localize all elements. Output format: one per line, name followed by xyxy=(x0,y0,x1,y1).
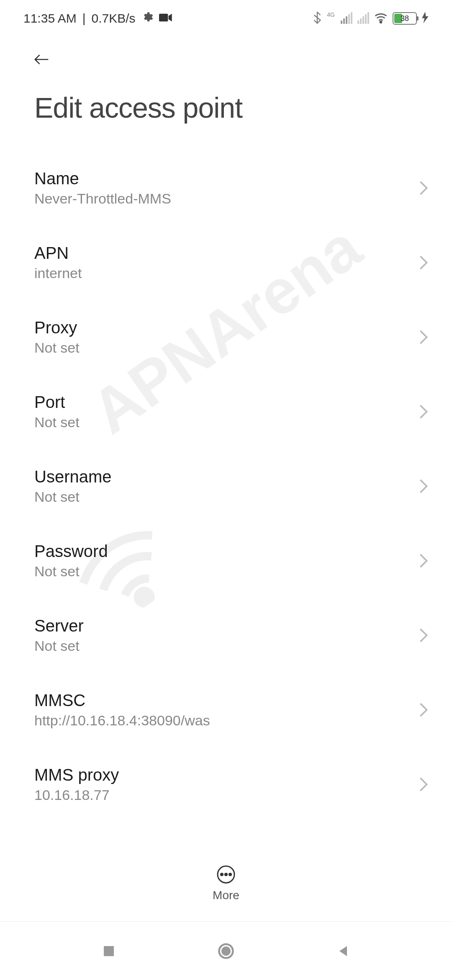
back-button[interactable] xyxy=(23,47,49,72)
arrow-left-icon xyxy=(34,51,49,68)
setting-row-mms-proxy[interactable]: MMS proxy 10.16.18.77 xyxy=(0,747,452,822)
battery-icon: 38 xyxy=(393,12,417,25)
status-left-cluster: 11:35 AM | 0.7KB/s xyxy=(23,11,172,26)
wifi-icon xyxy=(374,12,388,25)
chevron-right-icon xyxy=(419,478,429,494)
setting-value: Not set xyxy=(34,563,410,580)
status-time: 11:35 AM xyxy=(23,11,77,26)
svg-rect-7 xyxy=(104,946,114,956)
nav-recents-button[interactable] xyxy=(98,940,120,962)
svg-rect-0 xyxy=(159,14,168,22)
setting-row-password[interactable]: Password Not set xyxy=(0,524,452,598)
setting-label: Password xyxy=(34,542,410,561)
setting-value: http://10.16.18.4:38090/was xyxy=(34,712,410,729)
battery-percent: 38 xyxy=(393,14,416,23)
square-icon xyxy=(101,944,116,959)
setting-row-port[interactable]: Port Not set xyxy=(0,374,452,449)
chevron-right-icon xyxy=(419,404,429,420)
setting-row-apn[interactable]: APN internet xyxy=(0,225,452,300)
triangle-left-icon xyxy=(336,944,351,959)
chevron-right-icon xyxy=(419,702,429,718)
camera-icon xyxy=(159,11,172,26)
setting-label: Proxy xyxy=(34,318,410,337)
chevron-right-icon xyxy=(419,627,429,643)
setting-label: Name xyxy=(34,169,410,188)
setting-label: MMSC xyxy=(34,691,410,710)
nav-back-button[interactable] xyxy=(332,940,354,962)
setting-row-username[interactable]: Username Not set xyxy=(0,449,452,524)
status-bar: 11:35 AM | 0.7KB/s 4G 38 xyxy=(0,0,452,34)
charging-icon xyxy=(422,12,429,25)
bluetooth-icon xyxy=(313,11,322,26)
settings-list: Name Never-Throttled-MMS APN internet Pr… xyxy=(0,136,452,822)
setting-value: 10.16.18.77 xyxy=(34,787,410,803)
status-separator: | xyxy=(82,11,86,26)
header xyxy=(0,34,452,76)
setting-label: APN xyxy=(34,244,410,263)
nav-home-button[interactable] xyxy=(215,940,237,962)
setting-row-mmsc[interactable]: MMSC http://10.16.18.4:38090/was xyxy=(0,673,452,747)
chevron-right-icon xyxy=(419,180,429,196)
setting-label: Port xyxy=(34,393,410,412)
chevron-right-icon xyxy=(419,329,429,345)
page-title: Edit access point xyxy=(0,76,452,136)
settings-scroll-area[interactable]: Name Never-Throttled-MMS APN internet Pr… xyxy=(0,136,452,931)
status-right-cluster: 4G 38 xyxy=(313,11,429,26)
circle-icon xyxy=(217,942,235,960)
status-data-rate: 0.7KB/s xyxy=(92,11,136,26)
signal-bars-sim1-icon xyxy=(341,13,352,24)
chevron-right-icon xyxy=(419,255,429,271)
setting-value: Never-Throttled-MMS xyxy=(34,191,410,207)
chevron-right-icon xyxy=(419,553,429,569)
setting-row-name[interactable]: Name Never-Throttled-MMS xyxy=(0,151,452,225)
network-4g-label: 4G xyxy=(327,11,335,18)
setting-value: Not set xyxy=(34,638,410,654)
setting-value: Not set xyxy=(34,489,410,505)
setting-label: Username xyxy=(34,467,410,486)
setting-label: Server xyxy=(34,616,410,635)
svg-point-9 xyxy=(221,946,231,956)
setting-value: Not set xyxy=(34,340,410,356)
setting-row-server[interactable]: Server Not set xyxy=(0,598,452,673)
setting-row-proxy[interactable]: Proxy Not set xyxy=(0,300,452,374)
svg-point-1 xyxy=(380,21,382,23)
gear-icon xyxy=(141,11,153,26)
setting-value: Not set xyxy=(34,414,410,431)
chevron-right-icon xyxy=(419,776,429,792)
setting-value: internet xyxy=(34,265,410,281)
signal-bars-sim2-icon xyxy=(357,13,369,24)
setting-label: MMS proxy xyxy=(34,766,410,784)
